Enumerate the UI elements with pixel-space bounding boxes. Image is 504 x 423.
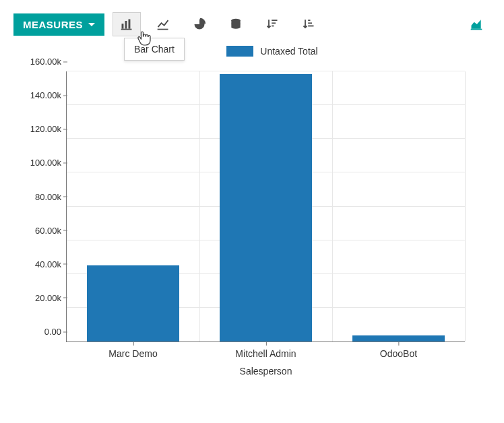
area-chart-icon (470, 18, 483, 31)
bar[interactable] (352, 335, 445, 341)
x-tick: OdooBot (380, 341, 417, 359)
database-icon (229, 18, 243, 31)
pie-chart-icon (193, 18, 206, 31)
grid-line (332, 71, 333, 341)
y-tick: 80.00k (35, 191, 67, 201)
y-tick: 20.00k (35, 292, 67, 302)
y-tick: 40.00k (35, 259, 67, 269)
y-tick: 160.00k (30, 57, 67, 67)
svg-rect-1 (125, 21, 127, 29)
sort-desc-button[interactable] (258, 12, 286, 36)
y-tick: 100.00k (30, 158, 67, 168)
tooltip-bar-chart: Bar Chart (124, 38, 185, 61)
sort-asc-button[interactable] (294, 12, 323, 36)
bar-chart-button[interactable] (113, 12, 141, 36)
grid-line (199, 71, 200, 341)
x-axis-label: Salesperson (240, 366, 292, 377)
pie-chart-button[interactable] (185, 12, 214, 36)
legend: Untaxed Total (40, 42, 504, 59)
x-tick: Marc Demo (108, 341, 157, 359)
stacked-button[interactable] (222, 12, 250, 36)
measures-label: MEASURES (23, 19, 83, 30)
y-tick: 120.00k (30, 124, 67, 134)
x-tick: Mitchell Admin (235, 341, 296, 359)
sort-desc-icon (265, 18, 279, 31)
plot-area: Salesperson 0.0020.00k40.00k60.00k80.00k… (66, 71, 465, 342)
legend-swatch (226, 46, 253, 57)
line-chart-icon (156, 18, 170, 31)
svg-rect-0 (122, 24, 124, 28)
line-chart-button[interactable] (149, 12, 177, 36)
chart: Salesperson 0.0020.00k40.00k60.00k80.00k… (12, 59, 485, 383)
svg-rect-2 (129, 20, 131, 29)
bar[interactable] (87, 265, 180, 341)
sort-asc-icon (302, 18, 315, 31)
legend-label: Untaxed Total (260, 46, 317, 57)
y-tick: 60.00k (35, 225, 67, 235)
grid-line (67, 71, 465, 71)
bar-chart-icon (120, 18, 133, 31)
graph-view-button[interactable] (462, 12, 491, 36)
caret-down-icon (88, 23, 95, 26)
bar[interactable] (220, 74, 313, 341)
y-tick: 0.00 (44, 327, 67, 337)
toolbar: MEASURES (0, 0, 504, 42)
grid-line (465, 71, 466, 341)
y-tick: 140.00k (30, 90, 67, 100)
measures-button[interactable]: MEASURES (13, 13, 104, 36)
